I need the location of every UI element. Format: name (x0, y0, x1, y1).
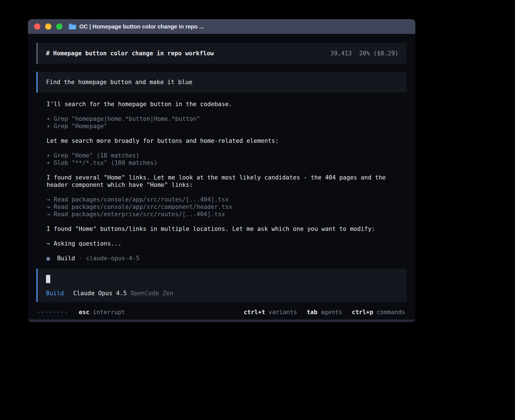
agent-status-line: ▣ Build · claude-opus-4-5 (47, 255, 397, 262)
shortcut-label: variants (269, 309, 297, 316)
traffic-lights (34, 23, 62, 30)
shortcut-key: ctrl+p (352, 309, 373, 316)
assistant-text: I'll search for the homepage button in t… (47, 100, 397, 108)
status-footer: esc interrupt ctrl+t variants tab agents… (36, 308, 407, 316)
tool-call-read: → Read packages/console/app/src/routes/[… (47, 196, 397, 203)
spinner-dots (38, 312, 67, 313)
user-message-text: Find the homepage button and make it blu… (46, 79, 192, 86)
tool-call-grep: ∗ Grep "homepage|home.*button|Home.*butt… (47, 115, 397, 123)
user-message: Find the homepage button and make it blu… (36, 72, 407, 93)
terminal-content: # Homepage button color change in repo w… (28, 34, 415, 320)
tool-call-read: → Read packages/enterprise/src/routes/[.… (47, 211, 397, 218)
shortcut-label: agents (321, 309, 342, 316)
esc-key-label: interrupt (93, 309, 125, 316)
shortcut-agents[interactable]: tab agents (307, 309, 342, 316)
zoom-button[interactable] (56, 23, 62, 30)
assistant-text: I found "Home" buttons/links in multiple… (47, 225, 397, 233)
active-agent-label[interactable]: Build (46, 290, 64, 297)
shortcut-commands[interactable]: ctrl+p commands (352, 309, 405, 316)
shortcut-key: ctrl+t (244, 309, 265, 316)
assistant-working-text: ~ Asking questions... (47, 240, 397, 247)
agent-status-icon: ▣ (47, 255, 50, 262)
prompt-input[interactable]: Build Claude Opus 4.5 OpenCode Zen (36, 269, 407, 302)
session-title: # Homepage button color change in repo w… (46, 50, 214, 57)
window-title-text: OC | Homepage button color change in rep… (79, 23, 204, 30)
model-status-bar: Build Claude Opus 4.5 OpenCode Zen (46, 290, 398, 297)
shortcut-key: tab (307, 309, 317, 316)
minimize-button[interactable] (45, 23, 51, 30)
active-model-label[interactable]: Claude Opus 4.5 (73, 290, 127, 297)
agent-name: Build (57, 255, 75, 262)
folder-icon (69, 23, 76, 30)
session-stats: 39,413 20% ($0.29) (330, 50, 398, 57)
shortcut-label: commands (377, 309, 405, 316)
tool-call-grep: ∗ Grep "Homepage" (47, 123, 397, 130)
window-title: OC | Homepage button color change in rep… (69, 23, 204, 30)
assistant-text: Let me search more broadly for buttons a… (47, 137, 397, 145)
text-cursor (46, 275, 50, 283)
footer-right: ctrl+t variants tab agents ctrl+p comman… (244, 309, 405, 316)
terminal-window: OC | Homepage button color change in rep… (28, 19, 415, 322)
footer-left: esc interrupt (38, 309, 125, 316)
provider-label: OpenCode Zen (130, 290, 173, 297)
tool-call-read: → Read packages/console/app/src/componen… (47, 203, 397, 211)
model-name: claude-opus-4-5 (86, 255, 139, 262)
session-header: # Homepage button color change in repo w… (36, 43, 407, 64)
context-usage: 20% ($0.29) (359, 50, 398, 57)
close-button[interactable] (34, 23, 40, 30)
tool-call-glob: ∗ Glob "**/*.tsx" (100 matches) (47, 159, 397, 167)
token-count: 39,413 (330, 50, 352, 57)
esc-key-hint[interactable]: esc (79, 309, 90, 316)
conversation: I'll search for the homepage button in t… (36, 100, 407, 262)
tool-call-grep: ∗ Grep "Home" (18 matches) (47, 152, 397, 159)
assistant-text: I found several "Home" links. Let me loo… (47, 174, 397, 189)
titlebar[interactable]: OC | Homepage button color change in rep… (28, 19, 415, 34)
separator-dot: · (79, 255, 82, 262)
shortcut-variants[interactable]: ctrl+t variants (244, 309, 297, 316)
